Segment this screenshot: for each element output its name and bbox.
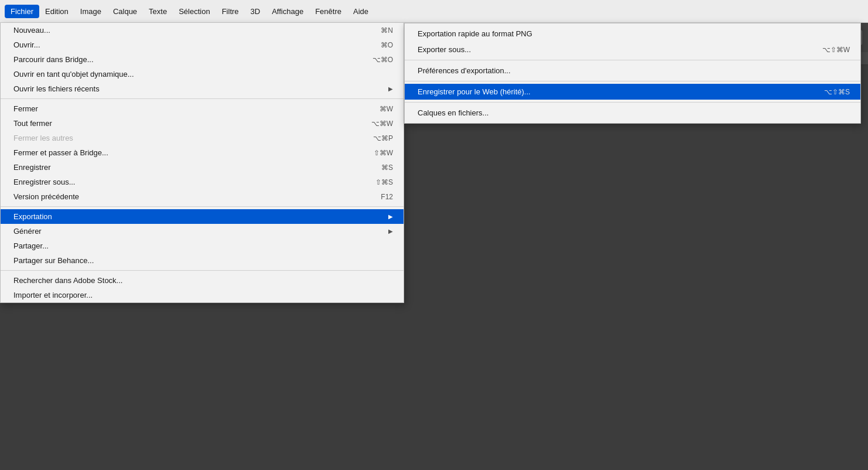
menubar-item-s-lection[interactable]: Sélection <box>173 5 216 18</box>
menu-item-tout-fermer[interactable]: Tout fermer⌥⌘W <box>1 116 404 131</box>
menu-item-enregistrer-sous---[interactable]: Enregistrer sous...⇧⌘S <box>1 175 404 189</box>
menu-shortcut: ⇧⌘W <box>374 149 393 157</box>
menubar-item-affichage[interactable]: Affichage <box>266 5 309 18</box>
menu-item-label: Générer <box>13 227 42 236</box>
menu-item-ouvrir-les-fichiers-r-cents[interactable]: Ouvrir les fichiers récents▶ <box>1 81 404 96</box>
menu-item-label: Ouvrir en tant qu'objet dynamique... <box>13 70 134 79</box>
submenu-item-label: Exportation rapide au format PNG <box>418 29 532 38</box>
menubar-item-texte[interactable]: Texte <box>143 5 173 18</box>
menu-item-label: Exportation <box>13 212 52 221</box>
menu-shortcut: F12 <box>381 193 393 201</box>
menu-item-enregistrer[interactable]: Enregistrer⌘S <box>1 160 404 175</box>
menu-item-exportation[interactable]: Exportation▶ <box>1 209 404 224</box>
fichier-dropdown: Nouveau...⌘NOuvrir...⌘OParcourir dans Br… <box>0 23 404 303</box>
menu-item-label: Tout fermer <box>13 119 52 128</box>
menu-shortcut: ⌘W <box>380 105 393 113</box>
submenu-item-exporter-sous---[interactable]: Exporter sous...⌥⇧⌘W <box>405 42 860 57</box>
submenu-shortcut: ⌥⇧⌘W <box>822 46 850 54</box>
menu-item-label: Fermer <box>13 104 38 113</box>
exportation-submenu: Exportation rapide au format PNGExporter… <box>404 23 861 124</box>
menu-shortcut: ⌥⌘W <box>371 120 393 128</box>
menu-item-partager-sur-behance---[interactable]: Partager sur Behance... <box>1 253 404 268</box>
submenu-item-label: Préférences d'exportation... <box>418 66 511 75</box>
menu-item-label: Parcourir dans Bridge... <box>13 55 94 64</box>
submenu-item-label: Calques en fichiers... <box>418 108 488 117</box>
menubar-item-filtre[interactable]: Filtre <box>216 5 245 18</box>
submenu-separator <box>405 60 860 60</box>
menubar-item-image[interactable]: Image <box>74 5 107 18</box>
menu-separator <box>1 206 404 207</box>
menu-shortcut: ⌘N <box>381 26 393 35</box>
menu-item-label: Partager sur Behance... <box>13 256 94 265</box>
menu-item-label: Enregistrer sous... <box>13 178 76 186</box>
menu-item-parcourir-dans-bridge---[interactable]: Parcourir dans Bridge...⌥⌘O <box>1 52 404 67</box>
menu-item-ouvrir-en-tant-qu-objet-dynami[interactable]: Ouvrir en tant qu'objet dynamique... <box>1 67 404 81</box>
menu-item-fermer-et-passer---bridge---[interactable]: Fermer et passer à Bridge...⇧⌘W <box>1 145 404 160</box>
menubar-item--d[interactable]: 3D <box>245 5 266 18</box>
menu-shortcut: ⌘S <box>381 164 393 172</box>
submenu-arrow-icon: ▶ <box>388 228 393 234</box>
menu-item-fermer[interactable]: Fermer⌘W <box>1 101 404 116</box>
submenu-item-enregistrer-pour-le-web--h-rit[interactable]: Enregistrer pour le Web (hérité)...⌥⇧⌘S <box>405 84 860 100</box>
menu-item-label: Rechercher dans Adobe Stock... <box>13 276 122 285</box>
menu-item-label: Version précédente <box>13 192 79 201</box>
menubar-item-fichier[interactable]: Fichier <box>5 5 39 18</box>
submenu-item-calques-en-fichiers---[interactable]: Calques en fichiers... <box>405 105 860 121</box>
submenu-shortcut: ⌥⇧⌘S <box>824 88 850 96</box>
submenu-item-exportation-rapide-au-format-p[interactable]: Exportation rapide au format PNG <box>405 26 860 42</box>
menu-shortcut: ⌥⌘P <box>373 134 393 142</box>
menu-item-nouveau---[interactable]: Nouveau...⌘N <box>1 23 404 38</box>
menu-item-ouvrir---[interactable]: Ouvrir...⌘O <box>1 38 404 52</box>
menubar-item-calque[interactable]: Calque <box>107 5 143 18</box>
submenu-arrow-icon: ▶ <box>388 213 393 220</box>
menu-item-label: Partager... <box>13 241 49 250</box>
menu-shortcut: ⌘O <box>381 41 393 49</box>
menu-item-g-n-rer[interactable]: Générer▶ <box>1 224 404 239</box>
submenu-item-pr-f-rences-d-exportation---[interactable]: Préférences d'exportation... <box>405 63 860 79</box>
menu-shortcut: ⌥⌘O <box>373 56 393 64</box>
menu-item-partager---[interactable]: Partager... <box>1 239 404 253</box>
menu-separator <box>1 98 404 99</box>
menu-item-fermer-les-autres: Fermer les autres⌥⌘P <box>1 131 404 145</box>
menu-item-label: Importer et incorporer... <box>13 291 93 299</box>
menubar-item-fen-tre[interactable]: Fenêtre <box>309 5 347 18</box>
submenu-arrow-icon: ▶ <box>388 86 393 92</box>
menu-separator <box>1 270 404 271</box>
menubar-item-aide[interactable]: Aide <box>347 5 374 18</box>
menu-item-label: Fermer les autres <box>13 134 73 142</box>
submenu-item-label: Exporter sous... <box>418 45 471 54</box>
submenu-separator <box>405 102 860 103</box>
menu-item-label: Nouveau... <box>13 26 50 35</box>
menu-item-label: Fermer et passer à Bridge... <box>13 148 108 157</box>
menu-item-rechercher-dans-adobe-stock---[interactable]: Rechercher dans Adobe Stock... <box>1 273 404 288</box>
submenu-separator <box>405 81 860 81</box>
menu-shortcut: ⇧⌘S <box>375 178 393 186</box>
menu-item-version-pr-c-dente[interactable]: Version précédenteF12 <box>1 189 404 204</box>
menu-item-label: Ouvrir... <box>13 40 40 49</box>
menubar: FichierEditionImageCalqueTexteSélectionF… <box>0 0 868 23</box>
menu-item-label: Ouvrir les fichiers récents <box>13 84 100 93</box>
menu-item-label: Enregistrer <box>13 163 51 172</box>
menubar-item-edition[interactable]: Edition <box>39 5 74 18</box>
submenu-item-label: Enregistrer pour le Web (hérité)... <box>418 87 531 96</box>
menu-item-importer-et-incorporer---[interactable]: Importer et incorporer... <box>1 288 404 302</box>
